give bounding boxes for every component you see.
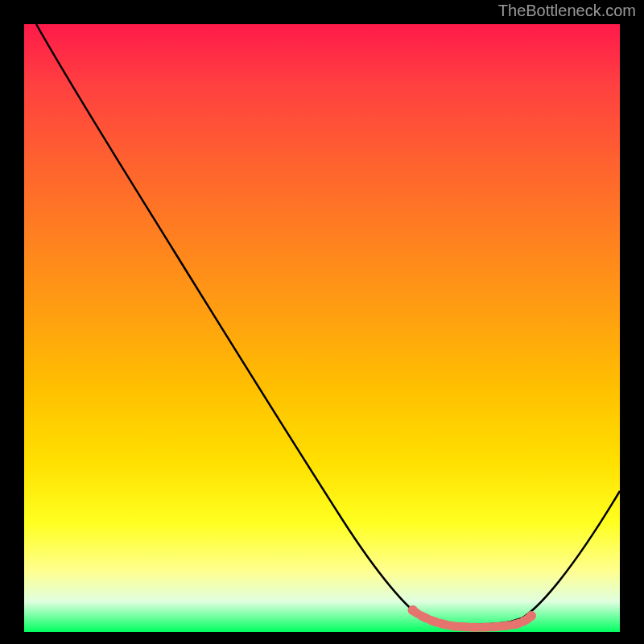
curve-svg [24,24,620,632]
highlight-dot-left [408,605,418,615]
chart-container: TheBottleneck.com [0,0,644,644]
plot-area [24,24,620,632]
highlight-dot-right [526,611,536,621]
highlight-curve [412,610,531,627]
main-curve [36,24,620,625]
watermark-text: TheBottleneck.com [498,2,636,20]
